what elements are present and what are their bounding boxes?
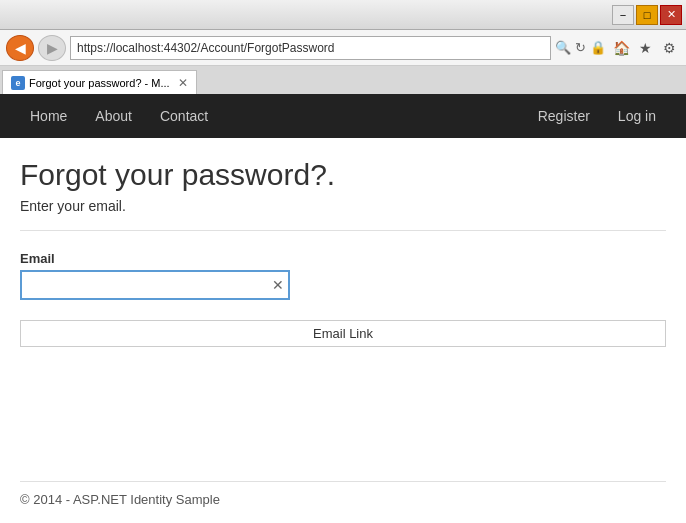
page-subtitle: Enter your email. — [20, 198, 666, 214]
nav-left: Home About Contact — [16, 98, 222, 134]
tab-label: Forgot your password? - M... — [29, 77, 170, 89]
nav-home[interactable]: Home — [16, 98, 81, 134]
active-tab[interactable]: e Forgot your password? - M... ✕ — [2, 70, 197, 94]
input-clear-button[interactable]: ✕ — [272, 277, 284, 293]
tab-favicon: e — [11, 76, 25, 90]
address-bar: ◀ ▶ 🔍 ↻ 🔒 🏠 ★ ⚙ — [0, 30, 686, 66]
email-form-group: Email ✕ — [20, 251, 666, 300]
page-content: Forgot your password?. Enter your email.… — [0, 138, 686, 523]
forward-button[interactable]: ▶ — [38, 35, 66, 61]
nav-login[interactable]: Log in — [604, 98, 670, 134]
settings-icon[interactable]: ⚙ — [658, 37, 680, 59]
browser-window: − □ ✕ ◀ ▶ 🔍 ↻ 🔒 🏠 ★ ⚙ e Forgot your pass… — [0, 0, 686, 523]
back-button[interactable]: ◀ — [6, 35, 34, 61]
browser-content: Home About Contact Register Log in Forgo… — [0, 94, 686, 523]
nav-register[interactable]: Register — [524, 98, 604, 134]
email-label: Email — [20, 251, 666, 266]
title-bar: − □ ✕ — [0, 0, 686, 30]
refresh-icon[interactable]: ↻ — [575, 40, 586, 55]
lock-icon: 🔒 — [590, 40, 606, 55]
maximize-button[interactable]: □ — [636, 5, 658, 25]
site-nav: Home About Contact Register Log in — [0, 94, 686, 138]
nav-right: Register Log in — [524, 98, 670, 134]
top-divider — [20, 230, 666, 231]
footer-divider — [20, 481, 666, 482]
nav-about[interactable]: About — [81, 98, 146, 134]
search-icon[interactable]: 🔍 — [555, 40, 571, 55]
email-input[interactable] — [20, 270, 290, 300]
address-input[interactable] — [70, 36, 551, 60]
nav-contact[interactable]: Contact — [146, 98, 222, 134]
tab-bar: e Forgot your password? - M... ✕ — [0, 66, 686, 94]
footer-text: © 2014 - ASP.NET Identity Sample — [20, 492, 666, 523]
favorites-icon[interactable]: ★ — [634, 37, 656, 59]
page-title: Forgot your password?. — [20, 158, 666, 192]
tab-close-button[interactable]: ✕ — [178, 76, 188, 90]
address-icons: 🔍 ↻ 🔒 — [555, 40, 606, 55]
window-controls: − □ ✕ — [612, 5, 682, 25]
email-input-wrapper: ✕ — [20, 270, 290, 300]
minimize-button[interactable]: − — [612, 5, 634, 25]
submit-button[interactable]: Email Link — [20, 320, 666, 347]
close-button[interactable]: ✕ — [660, 5, 682, 25]
home-icon[interactable]: 🏠 — [610, 37, 632, 59]
browser-nav-icons: 🏠 ★ ⚙ — [610, 37, 680, 59]
favicon-letter: e — [15, 78, 20, 88]
